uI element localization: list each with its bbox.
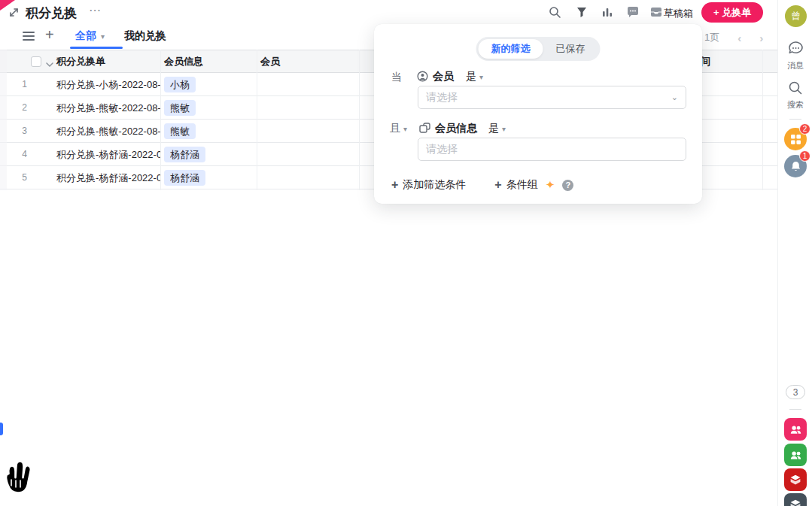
dock-icon-contacts-pink[interactable] xyxy=(784,418,807,441)
condition-conjunction[interactable]: 且▾ xyxy=(390,122,407,135)
chevron-down-icon: ▾ xyxy=(502,125,506,133)
cell-order[interactable]: 积分兑换-熊敏-2022-08-0 xyxy=(56,120,160,143)
app-sidebar: 曾 消息 搜索 2 1 3 xyxy=(777,0,812,506)
filter-actions: + 添加筛选条件 + 条件组 ✦ ? xyxy=(391,178,573,192)
new-exchange-button[interactable]: + 兑换单 xyxy=(701,2,763,23)
header-chevron-icon[interactable] xyxy=(46,57,53,71)
dock-icon-box-dark[interactable] xyxy=(784,493,807,506)
sidebar-search-icon[interactable] xyxy=(788,80,803,98)
app-window: 积分兑换 ⋯ 草稿箱 + 兑换单 + 全部▾ 我的兑换 1页 xyxy=(0,0,812,506)
cell-order[interactable]: 积分兑换-小杨-2022-08- xyxy=(56,73,160,96)
tab-my-exchanges[interactable]: 我的兑换 xyxy=(124,29,166,43)
messages-label[interactable]: 消息 xyxy=(778,60,812,71)
pagination: 1页 ‹ › xyxy=(704,31,763,44)
column-header-member[interactable]: 会员 xyxy=(260,50,280,73)
member-tag[interactable]: 杨舒涵 xyxy=(164,170,205,186)
chevron-down-icon: ▾ xyxy=(403,125,407,133)
page-indicator: 1页 xyxy=(704,31,719,44)
chart-icon[interactable] xyxy=(600,5,615,20)
condition-field[interactable]: 会员 xyxy=(433,70,454,83)
operator-label: 是 xyxy=(466,70,476,82)
plus-icon: + xyxy=(494,178,501,192)
add-group-label: 条件组 xyxy=(506,178,538,192)
sparkle-icon: ✦ xyxy=(546,178,555,192)
member-tag[interactable]: 小杨 xyxy=(164,77,196,92)
chevron-down-icon[interactable]: ▾ xyxy=(101,32,105,41)
operator-label: 是 xyxy=(488,122,499,134)
column-header-member-info[interactable]: 会员信息 xyxy=(164,50,203,73)
select-placeholder: 请选择 xyxy=(426,91,671,105)
input-placeholder: 请选择 xyxy=(426,143,678,156)
help-icon[interactable]: ? xyxy=(562,180,573,191)
condition-value-select[interactable]: 请选择 ⌄ xyxy=(418,86,686,109)
notifications-badge: 1 xyxy=(799,150,810,162)
tab-saved-filter[interactable]: 已保存 xyxy=(543,39,598,59)
column-divider xyxy=(257,50,257,190)
more-menu-icon[interactable]: ⋯ xyxy=(89,3,102,17)
dock-icon-box-red[interactable] xyxy=(784,468,807,491)
add-condition-label: 添加筛选条件 xyxy=(403,178,466,192)
filter-icon[interactable] xyxy=(574,5,589,20)
cell-order[interactable]: 积分兑换-杨舒涵-2022-0 xyxy=(56,143,160,166)
collapsed-count-badge[interactable]: 3 xyxy=(786,385,805,399)
add-condition-group-button[interactable]: + 条件组 xyxy=(494,178,537,192)
sidebar-search-label[interactable]: 搜索 xyxy=(778,99,812,111)
add-condition-button[interactable]: + 添加筛选条件 xyxy=(391,178,466,192)
tab-my-exchanges-label: 我的兑换 xyxy=(124,29,166,41)
sidebar-divider xyxy=(789,119,801,120)
tab-all-label: 全部 xyxy=(75,29,96,41)
column-divider xyxy=(359,50,360,190)
chevron-down-icon: ▾ xyxy=(479,73,483,81)
grid-left-margin xyxy=(0,50,7,190)
select-all-checkbox[interactable] xyxy=(31,56,41,67)
column-header-order[interactable]: 积分兑换单 xyxy=(56,50,105,73)
user-avatar[interactable]: 曾 xyxy=(785,5,807,27)
add-view-icon[interactable]: + xyxy=(45,26,54,44)
drafts-label[interactable]: 草稿箱 xyxy=(664,7,693,20)
page-title: 积分兑换 xyxy=(26,5,77,22)
condition-operator[interactable]: 是▾ xyxy=(488,122,506,135)
sidebar-divider xyxy=(789,409,801,410)
chevron-down-icon: ⌄ xyxy=(671,92,678,102)
condition-value-input[interactable]: 请选择 xyxy=(418,138,686,161)
cell-order[interactable]: 积分兑换-杨舒涵-2022-0 xyxy=(56,166,160,189)
column-divider xyxy=(160,50,161,190)
plus-icon: + xyxy=(391,178,398,192)
messages-icon[interactable] xyxy=(787,41,804,61)
condition-field[interactable]: 会员信息 xyxy=(435,122,477,135)
condition-prefix: 当 xyxy=(391,71,402,84)
prev-page-icon[interactable]: ‹ xyxy=(737,32,741,44)
view-list-icon[interactable] xyxy=(23,32,35,41)
member-tag[interactable]: 熊敏 xyxy=(164,100,196,116)
next-page-icon[interactable]: › xyxy=(759,32,763,44)
relation-field-icon xyxy=(419,123,430,134)
comment-icon[interactable] xyxy=(625,5,640,20)
dock-icon-contacts-green[interactable] xyxy=(784,444,807,466)
hand-cursor-icon xyxy=(0,457,35,501)
apps-badge: 2 xyxy=(799,123,810,135)
tab-all[interactable]: 全部▾ xyxy=(75,29,105,43)
corner-accent xyxy=(0,0,15,11)
member-tag[interactable]: 熊敏 xyxy=(164,123,196,139)
drafts-icon[interactable] xyxy=(649,5,664,20)
column-divider xyxy=(762,50,763,190)
filter-popup: 新的筛选 已保存 当 会员 是▾ 请选择 ⌄ 且▾ 会员信息 是▾ 请选择 xyxy=(374,24,702,204)
tab-new-filter[interactable]: 新的筛选 xyxy=(479,39,543,59)
filter-tab-switch: 新的筛选 已保存 xyxy=(476,37,601,61)
condition-operator[interactable]: 是▾ xyxy=(466,70,483,83)
conjunction-label: 且 xyxy=(390,122,400,134)
person-field-icon xyxy=(417,71,428,82)
active-tab-underline xyxy=(70,47,123,49)
member-tag[interactable]: 杨舒涵 xyxy=(164,147,205,162)
dock-active-indicator xyxy=(0,423,3,435)
titlebar: 积分兑换 ⋯ 草稿箱 + 兑换单 xyxy=(0,0,777,24)
cell-order[interactable]: 积分兑换-熊敏-2022-08-0 xyxy=(56,96,160,120)
search-icon[interactable] xyxy=(547,5,562,20)
